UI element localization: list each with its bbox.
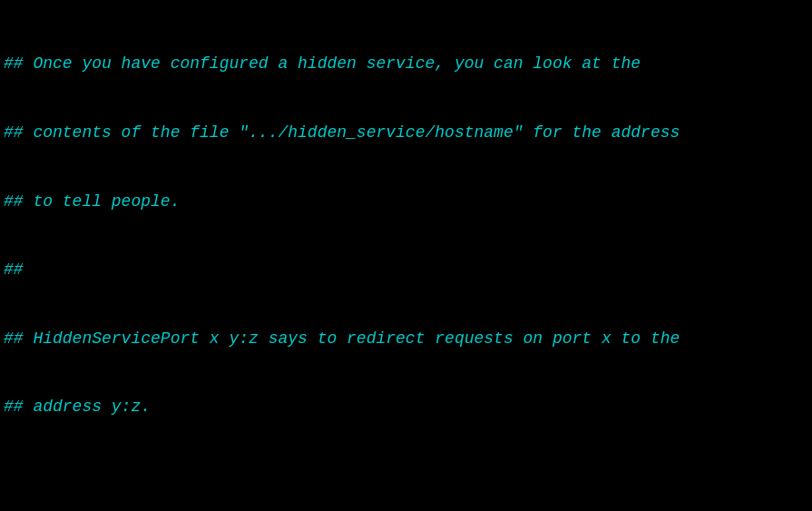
line-1: ## Once you have configured a hidden ser… <box>4 53 808 75</box>
line-4: ## <box>4 259 808 281</box>
line-5: ## HiddenServicePort x y:z says to redir… <box>4 328 808 350</box>
line-7 <box>4 465 808 487</box>
line-6: ## address y:z. <box>4 396 808 418</box>
line-3: ## to tell people. <box>4 191 808 213</box>
terminal-window: ## Once you have configured a hidden ser… <box>0 0 812 511</box>
line-2: ## contents of the file ".../hidden_serv… <box>4 122 808 144</box>
